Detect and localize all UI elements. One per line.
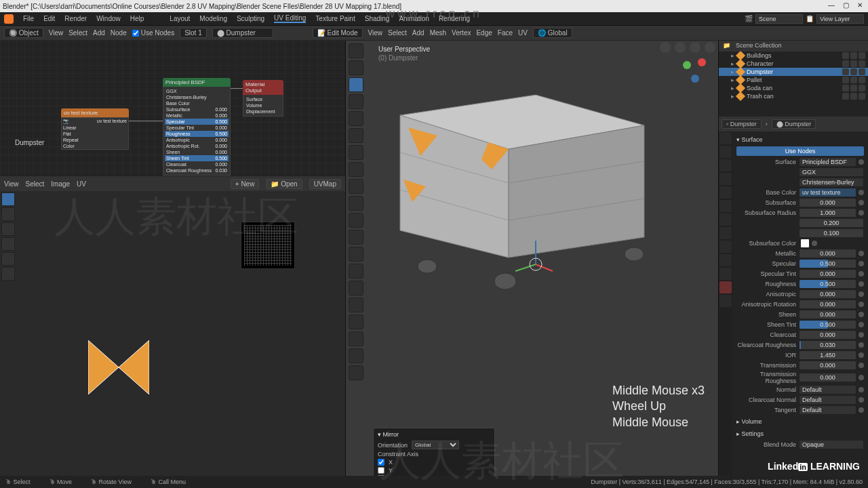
use-nodes-button[interactable]: Use Nodes [736,146,864,156]
tab-sculpting[interactable]: Sculpting [237,15,264,22]
node-menu-view[interactable]: View [49,29,64,37]
tool-annotate[interactable] [1,267,15,281]
tool-move[interactable] [349,77,363,92]
overlay-toggle-icon[interactable] [660,42,671,53]
node-param-row[interactable]: Clearcoat0.000 [165,161,229,167]
tab-physics-icon[interactable] [719,241,732,253]
node-param-row[interactable]: Sheen Tint0.500 [165,155,229,161]
tool-spin[interactable] [349,298,363,312]
tool-move[interactable] [1,222,15,236]
vp-menu-edge[interactable]: Edge [476,29,492,37]
uv-menu-view[interactable]: View [4,180,19,188]
node-menu-select[interactable]: Select [68,29,87,37]
scene-name-input[interactable] [755,14,803,24]
menu-file[interactable]: File [23,15,34,22]
breadcrumb-object[interactable]: ▫ Dumpster [722,119,762,129]
prop-value[interactable]: Default [799,395,856,405]
uv-menu-select[interactable]: Select [26,180,45,188]
prop-value[interactable]: 0.000 [799,310,856,319]
prop-value[interactable]: 0.000 [799,373,856,382]
vp-menu-add[interactable]: Add [412,29,425,37]
tab-layout[interactable]: Layout [170,15,190,22]
menu-edit[interactable]: Edit [43,15,55,22]
node-menu-add[interactable]: Add [93,29,105,37]
tab-render-icon[interactable] [719,132,732,144]
blend-mode-dropdown[interactable]: Opaque [799,440,864,449]
distribution-dropdown[interactable]: GGX [799,167,864,177]
tool-bevel[interactable] [349,230,363,245]
node-param-row[interactable]: Sheen0.000 [165,149,229,155]
tool-scale[interactable] [1,252,15,266]
outliner[interactable]: ▸Buildings▸Character▸Dumpster▸Pallet▸Sod… [719,52,868,117]
outliner-item[interactable]: ▸Soda can [719,84,868,92]
prop-value[interactable]: 0.000 [799,289,856,299]
tool-select[interactable] [349,43,363,58]
navigation-gizmo[interactable] [680,54,710,84]
uv-menu-uv[interactable]: UV [77,180,86,188]
node-image-texture[interactable]: uv test texture 📷uv test texture Linear … [61,108,129,150]
prop-value[interactable]: Default [799,405,856,415]
menu-window[interactable]: Window [96,15,121,22]
vp-menu-vertex[interactable]: Vertex [452,29,471,37]
vp-menu-mesh[interactable]: Mesh [430,29,446,37]
prop-value[interactable]: 0.500 [799,279,856,289]
tool-loopcut[interactable] [349,247,363,262]
tool-cursor[interactable] [349,60,363,75]
node-param-row[interactable]: Roughness0.500 [165,131,229,137]
outliner-item[interactable]: ▸Character [719,60,868,68]
tool-rotate[interactable] [1,237,15,251]
node-param-row[interactable]: Anisotropic0.000 [165,137,229,143]
node-param-row[interactable]: Specular0.500 [165,119,229,125]
menu-help[interactable]: Help [130,15,144,22]
tab-modifiers-icon[interactable] [719,214,732,226]
tool-add-cube[interactable] [349,179,363,194]
node-param-row[interactable]: Anisotropic Rot.0.000 [165,143,229,149]
tab-object-icon[interactable] [719,200,732,212]
volume-section-label[interactable]: Volume [742,418,762,425]
object-mode-dropdown[interactable]: 🔘 Object [4,28,43,38]
uv-map-dropdown[interactable]: UVMap [309,179,341,189]
prop-value[interactable]: Default [799,385,856,394]
tab-particles-icon[interactable] [719,227,732,239]
uv-menu-image[interactable]: Image [51,180,70,188]
material-dropdown[interactable]: ⬤ Dumpster [212,28,273,38]
close-button[interactable]: ✕ [857,1,863,9]
surface-shader-dropdown[interactable]: Principled BSDF [799,157,856,167]
tab-world-icon[interactable] [719,186,732,199]
tab-modeling[interactable]: Modeling [199,15,227,22]
gizmo-toggle-icon[interactable] [675,42,686,53]
tool-edge-slide[interactable] [349,331,363,346]
color-swatch[interactable] [800,239,810,248]
prop-value[interactable]: 0.000 [799,198,856,207]
open-image-button[interactable]: 📁 Open [266,179,302,189]
tab-material-icon[interactable] [719,281,732,293]
tool-rotate[interactable] [349,94,363,109]
tab-scene-icon[interactable] [719,173,732,185]
tool-poly-build[interactable] [349,281,363,296]
base-color-input[interactable]: uv test texture [799,188,856,197]
tab-output-icon[interactable] [719,146,732,158]
prop-value[interactable]: 0.030 [799,340,856,350]
node-param-row[interactable]: Clearcoat Roughness0.030 [165,167,229,174]
tool-scale[interactable] [349,111,363,126]
minimize-button[interactable]: — [828,1,835,9]
tool-knife[interactable] [349,264,363,279]
prop-value[interactable]: 0.000 [799,249,856,258]
tool-inset[interactable] [349,213,363,228]
node-param-row[interactable]: Base Color [165,100,229,106]
tab-constraints-icon[interactable] [719,254,732,266]
prop-value[interactable]: 1.000 [799,208,856,218]
prop-value[interactable]: 1.450 [799,350,856,360]
outliner-item[interactable]: ▸Pallet [719,76,868,84]
tool-smooth[interactable] [349,314,363,329]
tool-annotate[interactable] [349,145,363,160]
orientation-dropdown[interactable]: 🌐 Global [533,28,572,38]
use-nodes-checkbox[interactable] [132,30,139,37]
prop-value[interactable]: 0.000 [799,361,856,370]
sss-method-dropdown[interactable]: Christensen-Burley [799,178,864,187]
prop-value[interactable]: 0.100 [799,228,864,238]
node-menu-node[interactable]: Node [111,29,127,37]
node-param-row[interactable]: Metallic0.000 [165,113,229,119]
tab-uv-editing[interactable]: UV Editing [274,14,306,23]
breadcrumb-material[interactable]: ⬤ Dumpster [772,119,816,129]
